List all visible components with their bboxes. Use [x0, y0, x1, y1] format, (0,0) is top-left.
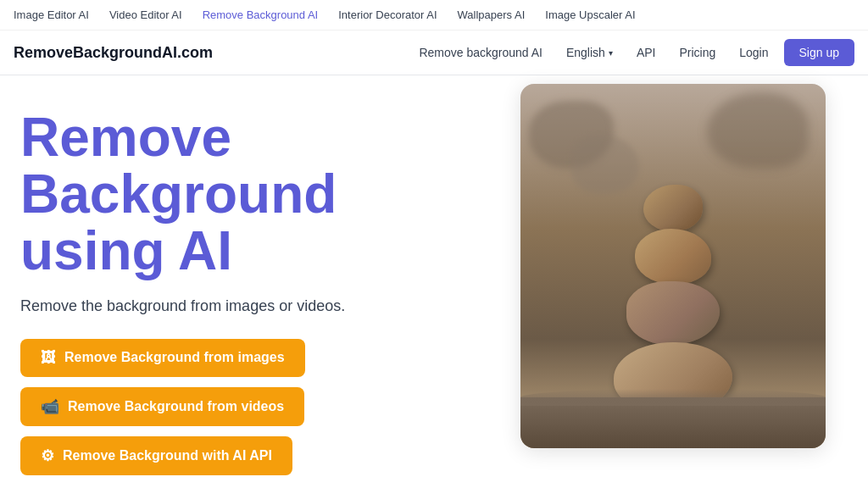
remove-bg-api-label: Remove Background with AI API: [63, 448, 272, 463]
rock-stack: [614, 185, 732, 414]
api-icon: ⚙: [41, 446, 54, 465]
rock-3: [626, 281, 720, 345]
nav-remove-bg[interactable]: Remove Background AI: [203, 8, 319, 21]
brand-logo: RemoveBackgroundAI.com: [14, 44, 213, 62]
remove-bg-images-button[interactable]: 🖼 Remove Background from images: [20, 339, 305, 377]
rock-2: [635, 229, 711, 284]
nav-api[interactable]: API: [628, 41, 665, 64]
hero-image-card: [520, 84, 826, 448]
hero-buttons: 🖼 Remove Background from images 📹 Remove…: [20, 339, 450, 475]
signup-button[interactable]: Sign up: [784, 39, 854, 66]
nav-wallpapers[interactable]: Wallpapers AI: [458, 8, 526, 21]
video-icon: 📹: [41, 397, 59, 416]
nav-image-upscaler[interactable]: Image Upscaler AI: [545, 8, 635, 21]
bg-rock-2: [707, 92, 809, 169]
rocks-background: [520, 84, 826, 448]
top-navigation: Image Editor AI Video Editor AI Remove B…: [0, 0, 868, 75]
ground-rocks: [520, 397, 826, 448]
hero-right: [477, 75, 868, 488]
nav-image-editor[interactable]: Image Editor AI: [14, 8, 89, 21]
rock-1: [643, 185, 703, 231]
hero-section: Remove Background using AI Remove the ba…: [0, 75, 868, 488]
hero-title: Remove Background using AI: [20, 109, 450, 280]
language-selector[interactable]: English: [558, 41, 621, 64]
nav-video-editor[interactable]: Video Editor AI: [109, 8, 182, 21]
nav-interior-decorator[interactable]: Interior Decorator AI: [338, 8, 437, 21]
image-icon: 🖼: [41, 349, 56, 367]
login-link[interactable]: Login: [731, 41, 776, 64]
nav-remove-bg-main[interactable]: Remove background AI: [410, 41, 551, 64]
remove-bg-videos-label: Remove Background from videos: [68, 399, 284, 414]
hero-subtitle: Remove the background from images or vid…: [20, 297, 450, 315]
nav-pricing[interactable]: Pricing: [670, 41, 724, 64]
hero-left: Remove Background using AI Remove the ba…: [0, 75, 477, 488]
remove-bg-videos-button[interactable]: 📹 Remove Background from videos: [20, 387, 304, 426]
nav-row1: Image Editor AI Video Editor AI Remove B…: [0, 0, 868, 30]
nav-row2: RemoveBackgroundAI.com Remove background…: [0, 30, 868, 75]
remove-bg-api-button[interactable]: ⚙ Remove Background with AI API: [20, 436, 292, 475]
remove-bg-images-label: Remove Background from images: [64, 350, 285, 365]
nav-row2-links: Remove background AI English API Pricing…: [410, 39, 854, 66]
